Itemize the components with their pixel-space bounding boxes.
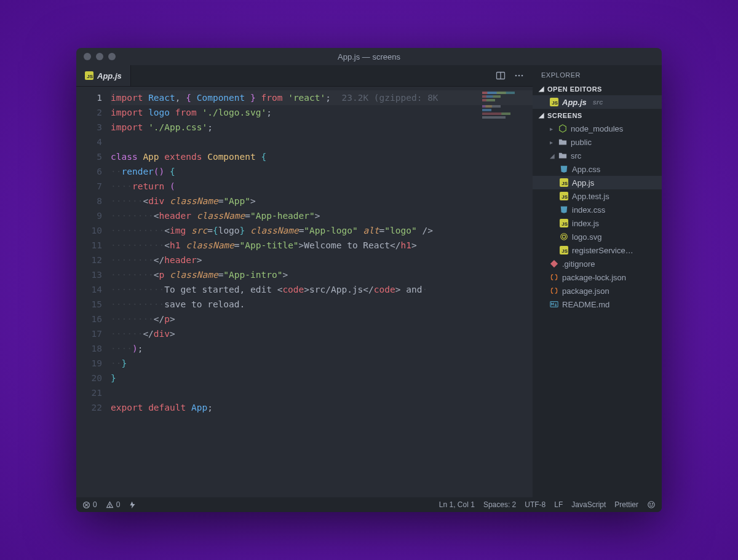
line-number: 12: [76, 253, 102, 267]
tab-app-js[interactable]: JS App.js: [76, 65, 131, 86]
js-file-icon: JS: [560, 192, 568, 200]
file-item[interactable]: package.json: [533, 284, 662, 298]
line-number: 1: [76, 90, 102, 105]
code-line[interactable]: import './App.css';: [111, 120, 533, 135]
line-number: 21: [76, 385, 102, 400]
explorer-sidebar: EXPLORER ◢OPEN EDITORSJSApp.jssrc◢SCREEN…: [533, 65, 662, 497]
line-number: 7: [76, 179, 102, 194]
line-number: 20: [76, 371, 102, 385]
status-warnings[interactable]: 0: [106, 500, 121, 509]
code-line[interactable]: import React, { Component } from 'react'…: [111, 90, 533, 105]
code-line[interactable]: ··········To get started, edit <code>src…: [111, 282, 533, 297]
code-line[interactable]: export default App;: [111, 400, 533, 415]
code-line[interactable]: ······</div>: [111, 326, 533, 341]
code-line[interactable]: ········<p className="App-intro">: [111, 267, 533, 282]
file-item[interactable]: .gitignore: [533, 257, 662, 270]
status-eol[interactable]: LF: [554, 500, 563, 509]
window-title: App.js — screens: [76, 52, 662, 61]
code-line[interactable]: ··}: [111, 356, 533, 371]
code-line[interactable]: ········</header>: [111, 253, 533, 267]
code-line[interactable]: ········</p>: [111, 312, 533, 326]
file-name: package-lock.json: [562, 273, 626, 282]
line-number: 10: [76, 223, 102, 238]
line-number: 14: [76, 282, 102, 297]
code-line[interactable]: [111, 385, 533, 400]
titlebar[interactable]: App.js — screens: [76, 48, 662, 65]
file-item[interactable]: App.css: [533, 162, 662, 176]
code-line[interactable]: [111, 135, 533, 149]
file-item[interactable]: JSregisterService…: [533, 243, 662, 257]
code-line[interactable]: }: [111, 371, 533, 385]
svg-point-3: [518, 75, 520, 77]
minimap[interactable]: [482, 90, 529, 125]
status-live-icon[interactable]: [129, 501, 137, 509]
status-errors[interactable]: 0: [82, 500, 97, 509]
code-line[interactable]: import logo from './logo.svg';: [111, 105, 533, 120]
file-name: App.js: [572, 178, 594, 187]
tab-label: App.js: [97, 71, 122, 81]
split-editor-icon[interactable]: [496, 71, 506, 81]
code-line[interactable]: ········<header className="App-header">: [111, 208, 533, 223]
file-item[interactable]: JSApp.test.js: [533, 189, 662, 203]
json-file-icon: [550, 286, 558, 295]
status-cursor[interactable]: Ln 1, Col 1: [439, 500, 475, 509]
svg-point-2: [515, 75, 517, 77]
line-number: 9: [76, 208, 102, 223]
code-line[interactable]: ··········save to reload.: [111, 297, 533, 312]
code-line[interactable]: ····return (: [111, 179, 533, 194]
explorer-title: EXPLORER: [533, 65, 662, 82]
status-language[interactable]: JavaScript: [571, 500, 606, 509]
status-indent[interactable]: Spaces: 2: [483, 500, 516, 509]
file-name: README.md: [562, 300, 609, 309]
explorer-section-header[interactable]: ◢OPEN EDITORS: [533, 82, 662, 95]
line-number: 2: [76, 105, 102, 120]
css-file-icon: [560, 165, 568, 173]
folder-item[interactable]: ▸public: [533, 135, 662, 149]
node-folder-icon: [558, 124, 567, 133]
status-feedback-icon[interactable]: [647, 500, 656, 509]
more-icon[interactable]: [514, 71, 524, 81]
explorer-section-header[interactable]: ◢SCREENS: [533, 109, 662, 122]
code-line[interactable]: ······<div className="App">: [111, 194, 533, 208]
file-item[interactable]: README.md: [533, 298, 662, 311]
line-number: 15: [76, 297, 102, 312]
file-name: package.json: [562, 286, 609, 296]
code-line[interactable]: ··········<h1 className="App-title">Welc…: [111, 238, 533, 253]
file-item[interactable]: JSApp.js: [533, 176, 662, 189]
code-content[interactable]: import React, { Component } from 'react'…: [111, 87, 533, 497]
svg-point-6: [561, 234, 568, 240]
svg-point-13: [648, 502, 655, 508]
line-number: 5: [76, 149, 102, 164]
css-file-icon: [560, 205, 568, 214]
line-number: 3: [76, 120, 102, 135]
folder-item[interactable]: ◢src: [533, 149, 662, 162]
file-name: App.js: [562, 98, 587, 107]
folder-icon: [558, 138, 567, 146]
file-item[interactable]: index.css: [533, 203, 662, 216]
chevron-down-icon: ◢: [550, 152, 555, 159]
folder-icon: [558, 151, 567, 160]
file-item[interactable]: package-lock.json: [533, 270, 662, 284]
close-window-icon[interactable]: [84, 53, 91, 60]
file-item[interactable]: JSindex.js: [533, 216, 662, 230]
line-number: 22: [76, 400, 102, 415]
status-formatter[interactable]: Prettier: [614, 500, 638, 509]
minimize-window-icon[interactable]: [96, 53, 103, 60]
code-line[interactable]: ····);: [111, 341, 533, 356]
line-number: 16: [76, 312, 102, 326]
chevron-down-icon: ◢: [539, 85, 545, 93]
tab-bar: JS App.js: [76, 65, 533, 87]
folder-item[interactable]: ▸node_modules: [533, 122, 662, 135]
section-label: OPEN EDITORS: [547, 85, 602, 93]
code-editor[interactable]: 12345678910111213141516171819202122 impo…: [76, 87, 533, 497]
code-line[interactable]: class App extends Component {: [111, 149, 533, 164]
line-number: 11: [76, 238, 102, 253]
code-line[interactable]: ··········<img src={logo} className="App…: [111, 223, 533, 238]
maximize-window-icon[interactable]: [108, 53, 116, 60]
file-item[interactable]: logo.svg: [533, 230, 662, 243]
svg-point-12: [109, 506, 110, 507]
file-item[interactable]: JSApp.jssrc: [533, 95, 662, 109]
status-encoding[interactable]: UTF-8: [525, 500, 546, 509]
line-number: 19: [76, 356, 102, 371]
code-line[interactable]: ··render() {: [111, 164, 533, 179]
